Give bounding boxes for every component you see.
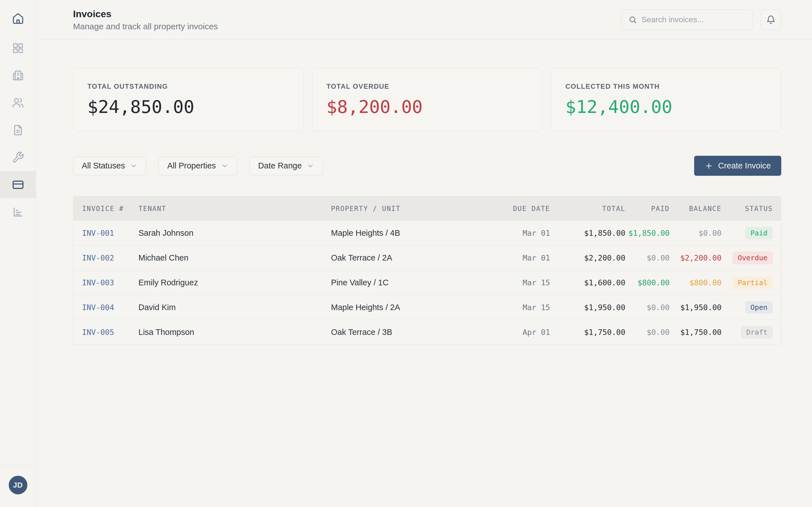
property-unit: Oak Terrace / 2A — [331, 253, 474, 263]
stat-value-overdue: $8,200.00 — [326, 97, 528, 117]
create-invoice-button[interactable]: Create Invoice — [694, 156, 781, 176]
column-header-total: TOTAL — [550, 205, 625, 213]
sidebar-item-dashboard[interactable] — [0, 34, 36, 62]
due-date: Mar 15 — [474, 303, 550, 312]
invoice-number-link[interactable]: INV-003 — [82, 278, 139, 287]
due-date: Mar 01 — [474, 253, 550, 262]
user-avatar[interactable]: JD — [9, 476, 28, 494]
stats-row: TOTAL OUTSTANDING $24,850.00 TOTAL OVERD… — [73, 68, 781, 131]
property-unit: Maple Heights / 4B — [331, 228, 474, 238]
sidebar-item-home[interactable] — [0, 5, 36, 32]
invoice-table-row[interactable]: INV-004David KimMaple Heights / 2AMar 15… — [73, 295, 781, 320]
filter-group: All Statuses All Properties Date Range — [73, 157, 323, 175]
balance-amount: $1,950.00 — [670, 303, 721, 312]
due-date: Mar 15 — [474, 278, 550, 287]
sidebar-item-documents[interactable] — [0, 116, 36, 144]
tenants-users-icon — [12, 97, 24, 109]
paid-amount: $0.00 — [625, 253, 670, 262]
status-cell: Overdue — [721, 251, 773, 264]
column-header-status: STATUS — [721, 205, 773, 213]
invoice-table-row[interactable]: INV-002Michael ChenOak Terrace / 2AMar 0… — [73, 245, 781, 270]
stat-label: TOTAL OUTSTANDING — [87, 82, 289, 91]
sidebar-item-invoices[interactable] — [0, 171, 36, 198]
column-header-due-date: DUE DATE — [474, 205, 550, 213]
bar-chart-icon — [12, 206, 24, 218]
status-cell: Paid — [721, 227, 773, 239]
building-icon — [12, 69, 24, 82]
filters-row: All Statuses All Properties Date Range C… — [73, 156, 781, 176]
status-cell: Draft — [721, 326, 773, 339]
create-invoice-label: Create Invoice — [718, 161, 771, 170]
sidebar-item-maintenance[interactable] — [0, 144, 36, 171]
invoice-number-link[interactable]: INV-004 — [82, 303, 139, 312]
balance-amount: $2,200.00 — [670, 253, 721, 262]
balance-amount: $1,750.00 — [670, 328, 721, 337]
table-header-row: INVOICE # TENANT PROPERTY / UNIT DUE DAT… — [73, 196, 781, 221]
column-header-tenant: TENANT — [139, 205, 331, 213]
total-amount: $1,850.00 — [550, 229, 625, 237]
invoice-table-body: INV-001Sarah JohnsonMaple Heights / 4BMa… — [73, 221, 781, 344]
stat-value-outstanding: $24,850.00 — [87, 97, 289, 117]
search-box[interactable] — [621, 10, 753, 30]
status-badge: Overdue — [732, 251, 773, 264]
bell-icon — [766, 15, 776, 24]
chevron-down-icon — [130, 162, 137, 170]
stat-label: TOTAL OVERDUE — [326, 82, 528, 91]
total-amount: $2,200.00 — [550, 253, 625, 262]
home-icon — [12, 12, 24, 24]
invoice-table-row[interactable]: INV-003Emily RodriguezPine Valley / 1CMa… — [73, 270, 781, 295]
tenant-name: Michael Chen — [139, 253, 331, 263]
sidebar: JD — [0, 0, 36, 507]
column-header-balance: BALANCE — [670, 205, 721, 213]
wrench-icon — [12, 151, 24, 164]
filter-label: All Statuses — [82, 161, 125, 170]
search-input[interactable] — [642, 15, 746, 24]
tenant-name: David Kim — [139, 303, 331, 312]
chevron-down-icon — [307, 162, 314, 170]
notifications-button[interactable] — [760, 10, 781, 30]
column-header-property: PROPERTY / UNIT — [331, 205, 474, 213]
status-cell: Open — [721, 301, 773, 314]
stat-card-outstanding: TOTAL OUTSTANDING $24,850.00 — [73, 68, 303, 131]
sidebar-item-properties[interactable] — [0, 62, 36, 89]
chevron-down-icon — [221, 162, 229, 170]
sidebar-nav — [0, 34, 36, 226]
column-header-invoice: INVOICE # — [82, 205, 139, 213]
filter-label: Date Range — [258, 161, 302, 170]
paid-amount: $0.00 — [625, 328, 670, 337]
status-badge: Partial — [732, 276, 773, 289]
invoice-number-link[interactable]: INV-001 — [82, 229, 139, 237]
page-header: Invoices Manage and track all property i… — [36, 0, 812, 40]
paid-amount: $1,850.00 — [625, 229, 670, 237]
invoice-number-link[interactable]: INV-002 — [82, 253, 139, 262]
filter-properties-dropdown[interactable]: All Properties — [158, 157, 237, 175]
page-title: Invoices — [73, 8, 218, 19]
invoice-number-link[interactable]: INV-005 — [82, 328, 139, 337]
tenant-name: Emily Rodriguez — [139, 278, 331, 287]
sidebar-item-reports[interactable] — [0, 198, 36, 226]
status-cell: Partial — [721, 276, 773, 289]
invoice-table-row[interactable]: INV-001Sarah JohnsonMaple Heights / 4BMa… — [73, 221, 781, 245]
status-badge: Paid — [745, 227, 773, 239]
balance-amount: $0.00 — [670, 229, 721, 237]
paid-amount: $0.00 — [625, 303, 670, 312]
filter-label: All Properties — [167, 161, 216, 170]
total-amount: $1,750.00 — [550, 328, 625, 337]
filter-statuses-dropdown[interactable]: All Statuses — [73, 157, 146, 175]
sidebar-footer: JD — [0, 465, 36, 507]
tenant-name: Sarah Johnson — [139, 228, 331, 238]
due-date: Apr 01 — [474, 328, 550, 337]
plus-icon — [705, 162, 713, 170]
tenant-name: Lisa Thompson — [139, 328, 331, 337]
column-header-paid: PAID — [625, 205, 670, 213]
credit-card-icon — [12, 179, 24, 191]
sidebar-item-tenants[interactable] — [0, 89, 36, 116]
main-content: TOTAL OUTSTANDING $24,850.00 TOTAL OVERD… — [36, 40, 812, 345]
due-date: Mar 01 — [474, 229, 550, 237]
page-subtitle: Manage and track all property invoices — [73, 22, 218, 31]
stat-card-collected: COLLECTED THIS MONTH $12,400.00 — [551, 68, 781, 131]
status-badge: Draft — [741, 326, 773, 339]
total-amount: $1,600.00 — [550, 278, 625, 287]
filter-date-range-dropdown[interactable]: Date Range — [250, 157, 323, 175]
invoice-table-row[interactable]: INV-005Lisa ThompsonOak Terrace / 3BApr … — [73, 320, 781, 344]
